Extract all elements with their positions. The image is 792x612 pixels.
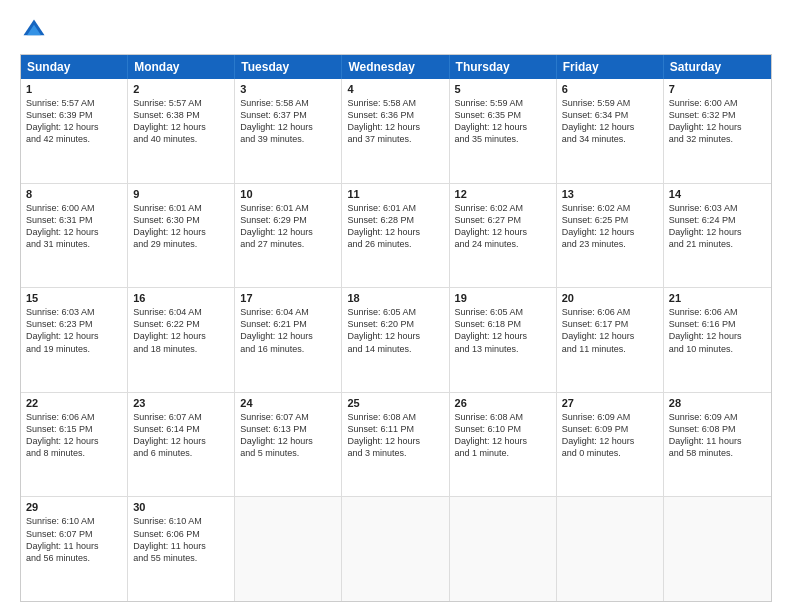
- calendar-row: 8Sunrise: 6:00 AM Sunset: 6:31 PM Daylig…: [21, 184, 771, 289]
- day-number: 29: [26, 501, 122, 513]
- calendar-cell: 10Sunrise: 6:01 AM Sunset: 6:29 PM Dayli…: [235, 184, 342, 288]
- day-number: 24: [240, 397, 336, 409]
- cell-info: Sunrise: 5:57 AM Sunset: 6:39 PM Dayligh…: [26, 97, 122, 146]
- page: SundayMondayTuesdayWednesdayThursdayFrid…: [0, 0, 792, 612]
- day-number: 21: [669, 292, 766, 304]
- calendar-cell: 18Sunrise: 6:05 AM Sunset: 6:20 PM Dayli…: [342, 288, 449, 392]
- cell-info: Sunrise: 6:09 AM Sunset: 6:09 PM Dayligh…: [562, 411, 658, 460]
- cell-info: Sunrise: 6:10 AM Sunset: 6:06 PM Dayligh…: [133, 515, 229, 564]
- day-number: 10: [240, 188, 336, 200]
- calendar-cell: 3Sunrise: 5:58 AM Sunset: 6:37 PM Daylig…: [235, 79, 342, 183]
- calendar-cell: 24Sunrise: 6:07 AM Sunset: 6:13 PM Dayli…: [235, 393, 342, 497]
- cell-info: Sunrise: 6:00 AM Sunset: 6:32 PM Dayligh…: [669, 97, 766, 146]
- header-day-wednesday: Wednesday: [342, 55, 449, 79]
- calendar-cell: 25Sunrise: 6:08 AM Sunset: 6:11 PM Dayli…: [342, 393, 449, 497]
- cell-info: Sunrise: 5:58 AM Sunset: 6:37 PM Dayligh…: [240, 97, 336, 146]
- day-number: 20: [562, 292, 658, 304]
- calendar-cell: 6Sunrise: 5:59 AM Sunset: 6:34 PM Daylig…: [557, 79, 664, 183]
- cell-info: Sunrise: 6:08 AM Sunset: 6:10 PM Dayligh…: [455, 411, 551, 460]
- cell-info: Sunrise: 6:03 AM Sunset: 6:24 PM Dayligh…: [669, 202, 766, 251]
- day-number: 30: [133, 501, 229, 513]
- calendar-cell: 7Sunrise: 6:00 AM Sunset: 6:32 PM Daylig…: [664, 79, 771, 183]
- day-number: 13: [562, 188, 658, 200]
- calendar-cell: 11Sunrise: 6:01 AM Sunset: 6:28 PM Dayli…: [342, 184, 449, 288]
- day-number: 18: [347, 292, 443, 304]
- calendar-cell: 16Sunrise: 6:04 AM Sunset: 6:22 PM Dayli…: [128, 288, 235, 392]
- calendar-cell: 23Sunrise: 6:07 AM Sunset: 6:14 PM Dayli…: [128, 393, 235, 497]
- header-day-friday: Friday: [557, 55, 664, 79]
- calendar-body: 1Sunrise: 5:57 AM Sunset: 6:39 PM Daylig…: [21, 79, 771, 601]
- day-number: 7: [669, 83, 766, 95]
- cell-info: Sunrise: 6:05 AM Sunset: 6:18 PM Dayligh…: [455, 306, 551, 355]
- cell-info: Sunrise: 6:08 AM Sunset: 6:11 PM Dayligh…: [347, 411, 443, 460]
- cell-info: Sunrise: 5:59 AM Sunset: 6:34 PM Dayligh…: [562, 97, 658, 146]
- cell-info: Sunrise: 6:06 AM Sunset: 6:16 PM Dayligh…: [669, 306, 766, 355]
- day-number: 28: [669, 397, 766, 409]
- calendar-row: 15Sunrise: 6:03 AM Sunset: 6:23 PM Dayli…: [21, 288, 771, 393]
- calendar: SundayMondayTuesdayWednesdayThursdayFrid…: [20, 54, 772, 602]
- cell-info: Sunrise: 6:10 AM Sunset: 6:07 PM Dayligh…: [26, 515, 122, 564]
- calendar-header-row: SundayMondayTuesdayWednesdayThursdayFrid…: [21, 55, 771, 79]
- header-day-saturday: Saturday: [664, 55, 771, 79]
- cell-info: Sunrise: 5:57 AM Sunset: 6:38 PM Dayligh…: [133, 97, 229, 146]
- header-day-tuesday: Tuesday: [235, 55, 342, 79]
- day-number: 11: [347, 188, 443, 200]
- day-number: 15: [26, 292, 122, 304]
- day-number: 26: [455, 397, 551, 409]
- cell-info: Sunrise: 6:07 AM Sunset: 6:13 PM Dayligh…: [240, 411, 336, 460]
- calendar-cell: 29Sunrise: 6:10 AM Sunset: 6:07 PM Dayli…: [21, 497, 128, 601]
- cell-info: Sunrise: 6:04 AM Sunset: 6:21 PM Dayligh…: [240, 306, 336, 355]
- calendar-row: 22Sunrise: 6:06 AM Sunset: 6:15 PM Dayli…: [21, 393, 771, 498]
- calendar-cell: 27Sunrise: 6:09 AM Sunset: 6:09 PM Dayli…: [557, 393, 664, 497]
- cell-info: Sunrise: 6:01 AM Sunset: 6:29 PM Dayligh…: [240, 202, 336, 251]
- day-number: 9: [133, 188, 229, 200]
- day-number: 8: [26, 188, 122, 200]
- calendar-cell: 17Sunrise: 6:04 AM Sunset: 6:21 PM Dayli…: [235, 288, 342, 392]
- day-number: 23: [133, 397, 229, 409]
- logo-icon: [20, 16, 48, 44]
- day-number: 2: [133, 83, 229, 95]
- calendar-cell: 19Sunrise: 6:05 AM Sunset: 6:18 PM Dayli…: [450, 288, 557, 392]
- cell-info: Sunrise: 6:04 AM Sunset: 6:22 PM Dayligh…: [133, 306, 229, 355]
- day-number: 5: [455, 83, 551, 95]
- cell-info: Sunrise: 6:03 AM Sunset: 6:23 PM Dayligh…: [26, 306, 122, 355]
- logo: [20, 16, 52, 44]
- cell-info: Sunrise: 5:58 AM Sunset: 6:36 PM Dayligh…: [347, 97, 443, 146]
- header-day-thursday: Thursday: [450, 55, 557, 79]
- calendar-cell: 2Sunrise: 5:57 AM Sunset: 6:38 PM Daylig…: [128, 79, 235, 183]
- cell-info: Sunrise: 6:09 AM Sunset: 6:08 PM Dayligh…: [669, 411, 766, 460]
- header: [20, 16, 772, 44]
- calendar-cell: 8Sunrise: 6:00 AM Sunset: 6:31 PM Daylig…: [21, 184, 128, 288]
- cell-info: Sunrise: 6:05 AM Sunset: 6:20 PM Dayligh…: [347, 306, 443, 355]
- day-number: 4: [347, 83, 443, 95]
- calendar-cell: [450, 497, 557, 601]
- cell-info: Sunrise: 6:06 AM Sunset: 6:17 PM Dayligh…: [562, 306, 658, 355]
- calendar-cell: 28Sunrise: 6:09 AM Sunset: 6:08 PM Dayli…: [664, 393, 771, 497]
- cell-info: Sunrise: 6:01 AM Sunset: 6:30 PM Dayligh…: [133, 202, 229, 251]
- calendar-cell: [342, 497, 449, 601]
- cell-info: Sunrise: 6:02 AM Sunset: 6:27 PM Dayligh…: [455, 202, 551, 251]
- day-number: 1: [26, 83, 122, 95]
- calendar-cell: 22Sunrise: 6:06 AM Sunset: 6:15 PM Dayli…: [21, 393, 128, 497]
- day-number: 19: [455, 292, 551, 304]
- calendar-cell: 4Sunrise: 5:58 AM Sunset: 6:36 PM Daylig…: [342, 79, 449, 183]
- calendar-cell: 14Sunrise: 6:03 AM Sunset: 6:24 PM Dayli…: [664, 184, 771, 288]
- cell-info: Sunrise: 6:06 AM Sunset: 6:15 PM Dayligh…: [26, 411, 122, 460]
- day-number: 14: [669, 188, 766, 200]
- header-day-sunday: Sunday: [21, 55, 128, 79]
- day-number: 22: [26, 397, 122, 409]
- calendar-row: 29Sunrise: 6:10 AM Sunset: 6:07 PM Dayli…: [21, 497, 771, 601]
- calendar-cell: 26Sunrise: 6:08 AM Sunset: 6:10 PM Dayli…: [450, 393, 557, 497]
- calendar-cell: [557, 497, 664, 601]
- cell-info: Sunrise: 6:07 AM Sunset: 6:14 PM Dayligh…: [133, 411, 229, 460]
- calendar-cell: 21Sunrise: 6:06 AM Sunset: 6:16 PM Dayli…: [664, 288, 771, 392]
- cell-info: Sunrise: 5:59 AM Sunset: 6:35 PM Dayligh…: [455, 97, 551, 146]
- day-number: 6: [562, 83, 658, 95]
- calendar-row: 1Sunrise: 5:57 AM Sunset: 6:39 PM Daylig…: [21, 79, 771, 184]
- header-day-monday: Monday: [128, 55, 235, 79]
- calendar-cell: 15Sunrise: 6:03 AM Sunset: 6:23 PM Dayli…: [21, 288, 128, 392]
- day-number: 17: [240, 292, 336, 304]
- day-number: 12: [455, 188, 551, 200]
- calendar-cell: 30Sunrise: 6:10 AM Sunset: 6:06 PM Dayli…: [128, 497, 235, 601]
- day-number: 27: [562, 397, 658, 409]
